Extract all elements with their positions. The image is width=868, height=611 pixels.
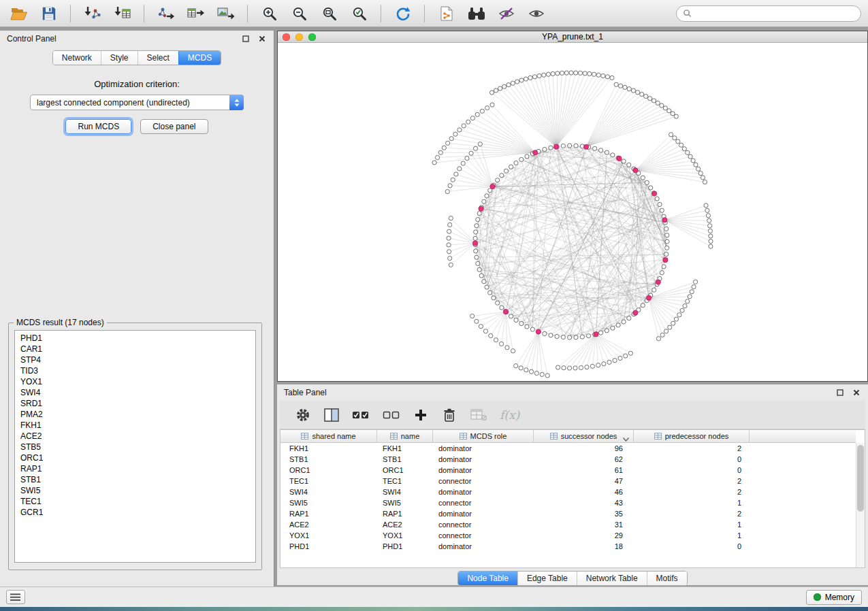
zoom-fit-button[interactable] [317, 3, 341, 24]
mcds-result-item[interactable]: SRD1 [15, 398, 255, 409]
export-image-button[interactable] [214, 3, 238, 24]
network-window: YPA_prune.txt_1 [277, 31, 868, 382]
refresh-button[interactable] [391, 3, 415, 24]
mcds-result-item[interactable]: FKH1 [15, 420, 255, 431]
memory-button[interactable]: Memory [806, 590, 862, 605]
table-cell: 46 [534, 488, 634, 496]
gear-icon [295, 407, 311, 423]
mcds-result-item[interactable]: STB5 [15, 442, 255, 452]
table-cell: 31 [534, 521, 634, 529]
mcds-result-item[interactable]: ORC1 [15, 452, 255, 463]
mcds-result-item[interactable]: STB1 [15, 474, 255, 485]
column-label: predecessor nodes [665, 432, 729, 440]
zoom-in-button[interactable] [257, 3, 281, 24]
mcds-result-list[interactable]: PHD1CAR1STP4TID3YOX1SWI4SRD1PMA2FKH1ACE2… [14, 330, 256, 563]
mcds-result-item[interactable]: PHD1 [15, 333, 255, 344]
column-header-name[interactable]: name [377, 430, 433, 442]
window-close-button[interactable] [283, 33, 290, 41]
mcds-result-item[interactable]: PMA2 [15, 409, 255, 420]
delete-row-button[interactable] [440, 405, 459, 425]
mcds-result-item[interactable]: YOX1 [15, 376, 255, 387]
mcds-result-item[interactable]: GCR1 [15, 507, 255, 518]
network-window-titlebar[interactable]: YPA_prune.txt_1 [278, 31, 867, 43]
column-label: successor nodes [561, 432, 617, 440]
float-panel-button[interactable] [241, 34, 251, 44]
network-view[interactable] [278, 43, 867, 381]
table-row[interactable]: PHD1PHD1dominator180 [280, 541, 856, 552]
tab-style[interactable]: Style [101, 51, 138, 65]
search-input[interactable] [696, 9, 854, 18]
zoom-selected-button[interactable] [347, 3, 371, 24]
trash-icon [441, 407, 457, 423]
import-table-button[interactable] [110, 3, 134, 24]
float-table-panel-button[interactable] [835, 388, 845, 397]
tab-node-table[interactable]: Node Table [458, 572, 517, 585]
table-row[interactable]: ACE2ACE2connector311 [280, 519, 856, 530]
show-button[interactable] [524, 3, 548, 24]
folder-icon [10, 6, 28, 21]
mcds-result-item[interactable]: TID3 [15, 365, 255, 376]
table-row[interactable]: SWI4SWI4dominator462 [280, 486, 856, 497]
control-panel-title: Control Panel [7, 34, 57, 44]
table-row[interactable]: YOX1YOX1connector291 [280, 530, 856, 541]
open-session-button[interactable] [7, 3, 31, 24]
table-cell: STB1 [377, 455, 433, 463]
table-cell: 0 [634, 466, 750, 474]
table-cell: 0 [634, 542, 750, 550]
show-columns-button[interactable] [323, 405, 340, 425]
select-all-button[interactable] [351, 405, 371, 425]
status-menu-button[interactable] [6, 590, 25, 604]
deselect-all-button[interactable] [381, 405, 402, 425]
column-header-successor-nodes[interactable]: successor nodes [534, 430, 634, 442]
clone-network-button[interactable] [434, 3, 458, 24]
table-scrollbar[interactable] [856, 443, 865, 567]
mcds-result-item[interactable]: TEC1 [15, 496, 255, 507]
column-header-filler [750, 430, 856, 442]
window-minimize-button[interactable] [295, 33, 303, 41]
mcds-result-item[interactable]: SWI5 [15, 485, 255, 496]
scrollbar-thumb[interactable] [857, 445, 864, 512]
delete-table-button-disabled [469, 405, 488, 425]
toolbar-separator [247, 5, 248, 22]
column-header-predecessor-nodes[interactable]: predecessor nodes [634, 430, 750, 442]
zoom-out-button[interactable] [287, 3, 311, 24]
mcds-result-item[interactable]: ACE2 [15, 431, 255, 442]
close-panel-button[interactable] [257, 34, 267, 44]
table-cell: 62 [534, 455, 634, 463]
window-zoom-button[interactable] [308, 33, 316, 41]
table-row[interactable]: TEC1TEC1connector472 [280, 476, 856, 486]
table-settings-button[interactable] [293, 405, 312, 425]
run-mcds-button[interactable]: Run MCDS [65, 119, 131, 134]
table-toolbar: f(x) [280, 401, 865, 429]
table-row[interactable]: ORC1ORC1dominator610 [280, 465, 856, 476]
table-cell: SWI5 [377, 499, 433, 507]
table-row[interactable]: FKH1FKH1dominator962 [280, 443, 856, 454]
tab-mcds[interactable]: MCDS [178, 51, 221, 65]
add-row-button[interactable] [412, 405, 430, 425]
save-session-button[interactable] [37, 3, 61, 24]
tab-select[interactable]: Select [138, 51, 178, 65]
column-header-shared-name[interactable]: shared name [280, 430, 377, 442]
find-button[interactable] [464, 3, 488, 24]
table-row[interactable]: RAP1RAP1dominator352 [280, 508, 856, 519]
float-icon [837, 389, 843, 396]
table-row[interactable]: SWI5SWI5connector431 [280, 497, 856, 508]
mcds-result-item[interactable]: RAP1 [15, 463, 255, 474]
close-table-panel-button[interactable] [852, 388, 861, 397]
table-header-row: shared name name MCDS role successor nod… [280, 430, 856, 443]
mcds-result-item[interactable]: STP4 [15, 354, 255, 365]
close-panel-action-button[interactable]: Close panel [140, 119, 208, 134]
criterion-dropdown[interactable]: largest connected component (undirected) [30, 95, 244, 110]
export-network-button[interactable] [154, 3, 178, 24]
tab-motifs[interactable]: Motifs [647, 572, 687, 585]
tab-edge-table[interactable]: Edge Table [517, 572, 577, 585]
table-row[interactable]: STB1STB1dominator620 [280, 454, 856, 465]
hide-button[interactable] [494, 3, 518, 24]
import-network-button[interactable] [80, 3, 104, 24]
column-header-mcds-role[interactable]: MCDS role [433, 430, 534, 442]
export-table-button[interactable] [184, 3, 208, 24]
mcds-result-item[interactable]: CAR1 [15, 344, 255, 354]
tab-network[interactable]: Network [53, 51, 101, 65]
mcds-result-item[interactable]: SWI4 [15, 387, 255, 398]
tab-network-table[interactable]: Network Table [577, 572, 647, 585]
